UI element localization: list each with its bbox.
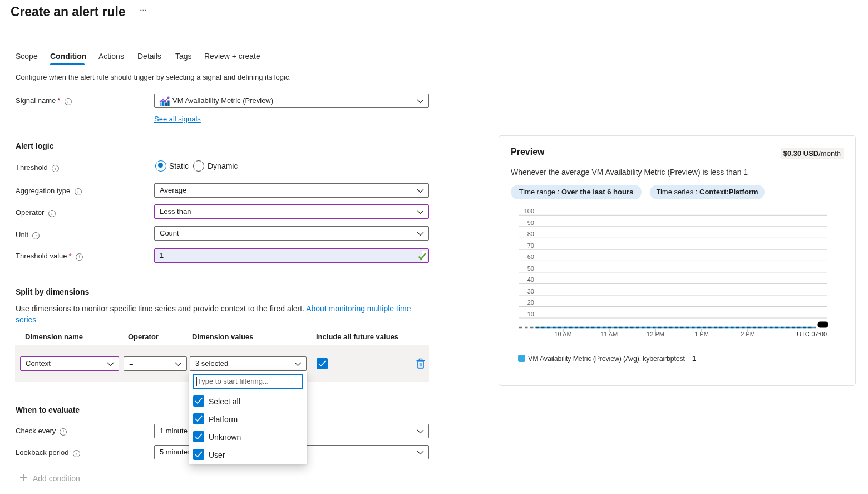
svg-text:30: 30 bbox=[527, 288, 534, 295]
svg-text:12 PM: 12 PM bbox=[647, 331, 664, 338]
svg-text:1 PM: 1 PM bbox=[694, 331, 709, 338]
svg-text:2 PM: 2 PM bbox=[741, 331, 755, 338]
svg-text:80: 80 bbox=[527, 231, 534, 237]
svg-text:90: 90 bbox=[527, 219, 534, 226]
svg-text:10: 10 bbox=[527, 311, 534, 317]
svg-text:11 AM: 11 AM bbox=[601, 331, 618, 338]
svg-text:10 AM: 10 AM bbox=[554, 331, 571, 338]
svg-text:20: 20 bbox=[527, 299, 534, 306]
svg-text:100: 100 bbox=[524, 208, 534, 214]
svg-text:UTC-07:00: UTC-07:00 bbox=[797, 331, 827, 338]
svg-text:40: 40 bbox=[527, 276, 534, 283]
svg-text:60: 60 bbox=[527, 253, 534, 260]
svg-text:50: 50 bbox=[527, 265, 534, 272]
svg-text:70: 70 bbox=[527, 242, 534, 249]
